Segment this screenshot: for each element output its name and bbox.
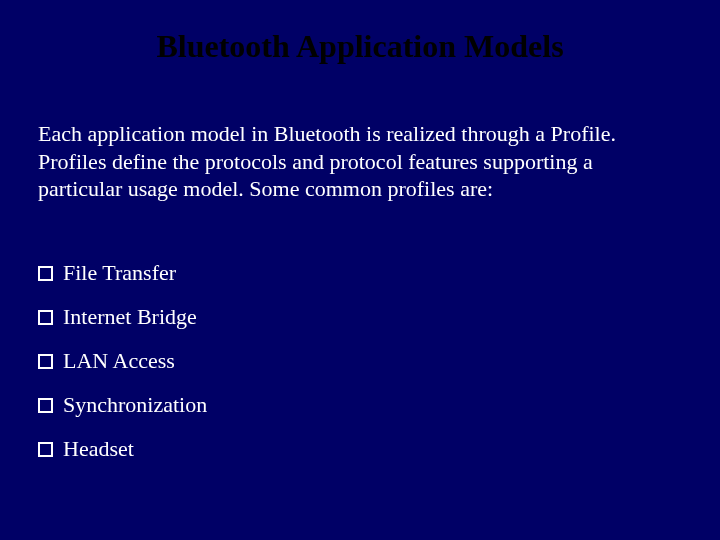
list-item-label: File Transfer [63,260,176,286]
list-item: LAN Access [38,348,682,374]
list-item-label: Headset [63,436,134,462]
square-bullet-icon [38,310,53,325]
list-item: Synchronization [38,392,682,418]
intro-paragraph: Each application model in Bluetooth is r… [38,120,682,203]
list-item-label: LAN Access [63,348,175,374]
square-bullet-icon [38,442,53,457]
list-item: Internet Bridge [38,304,682,330]
square-bullet-icon [38,398,53,413]
list-item: Headset [38,436,682,462]
bullet-list: File Transfer Internet Bridge LAN Access… [38,260,682,480]
slide-title: Bluetooth Application Models [0,28,720,65]
list-item-label: Internet Bridge [63,304,197,330]
slide: Bluetooth Application Models Each applic… [0,0,720,540]
square-bullet-icon [38,266,53,281]
list-item: File Transfer [38,260,682,286]
square-bullet-icon [38,354,53,369]
list-item-label: Synchronization [63,392,207,418]
